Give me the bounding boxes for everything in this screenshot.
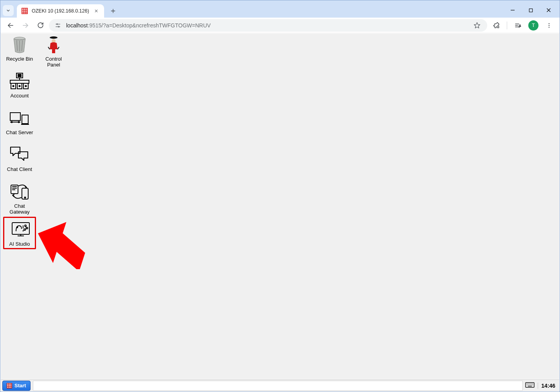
arrow-right-icon [22, 22, 29, 29]
new-tab-button[interactable] [107, 5, 119, 17]
desktop-icon-label: Chat Gateway [4, 203, 35, 215]
site-info-button[interactable] [54, 21, 62, 30]
forward-button[interactable] [19, 19, 32, 32]
svg-rect-49 [10, 113, 20, 120]
svg-point-54 [18, 122, 20, 123]
callout-arrow-icon [36, 218, 91, 269]
plus-icon [110, 8, 116, 14]
desktop-icon-ai-studio[interactable]: AI Studio [3, 217, 36, 249]
svg-rect-1 [22, 9, 23, 10]
close-window-button[interactable] [540, 4, 557, 16]
svg-point-47 [19, 86, 20, 87]
desktop-icon-label: Control Panel [38, 56, 69, 68]
desktop-icon-chat-gateway[interactable]: Chat Gateway [4, 181, 35, 215]
svg-point-32 [549, 27, 549, 27]
close-icon [94, 9, 98, 13]
extensions-button[interactable] [490, 19, 503, 32]
tune-icon [55, 22, 61, 29]
tab-close-button[interactable] [93, 8, 99, 14]
ozeki-taskbar: Start 14:46 [1, 379, 559, 391]
tab-search-button[interactable] [3, 5, 14, 16]
svg-rect-42 [10, 80, 29, 83]
keyboard-icon [525, 381, 535, 388]
reload-icon [37, 22, 44, 29]
profile-button[interactable]: T [527, 19, 540, 32]
browser-tabstrip: OZEKI 10 (192.168.0.126) [0, 0, 560, 18]
address-bar[interactable]: localhost:9515/?a=Desktop&ncrefreshTWFGT… [49, 19, 487, 32]
desktop-icon-chat-client[interactable]: Chat Client [4, 144, 35, 173]
svg-rect-6 [26, 11, 27, 12]
svg-rect-76 [9, 385, 10, 386]
svg-marker-70 [36, 218, 91, 269]
chat-server-icon [9, 110, 30, 126]
svg-point-60 [25, 197, 26, 198]
maximize-button[interactable] [522, 4, 539, 16]
window-controls [504, 4, 557, 16]
desktop-icon-label: Chat Server [4, 130, 35, 136]
svg-line-68 [25, 227, 27, 228]
svg-rect-75 [7, 385, 9, 386]
tab-title: OZEKI 10 (192.168.0.126) [32, 8, 89, 14]
svg-point-31 [549, 25, 549, 25]
ozeki-favicon-icon [22, 8, 28, 14]
svg-point-46 [13, 86, 14, 87]
svg-rect-72 [7, 383, 9, 385]
svg-rect-80 [11, 387, 12, 388]
svg-rect-15 [529, 9, 532, 12]
taskbar-task-area[interactable] [33, 381, 523, 391]
media-control-button[interactable] [511, 19, 524, 32]
svg-rect-74 [11, 383, 12, 385]
svg-point-53 [11, 122, 13, 123]
ozeki-desktop[interactable]: Recycle Bin Control Panel [1, 34, 559, 379]
svg-marker-24 [474, 22, 480, 28]
desktop-icon-label: Recycle Bin [4, 56, 35, 62]
svg-rect-5 [24, 11, 25, 12]
desktop-icon-recycle-bin[interactable]: Recycle Bin [4, 34, 35, 62]
desktop-icon-label: Account [4, 93, 35, 99]
toolbar-divider [507, 22, 507, 29]
svg-rect-79 [9, 387, 10, 388]
svg-rect-40 [18, 74, 21, 77]
puzzle-icon [493, 22, 500, 29]
svg-point-28 [519, 26, 520, 27]
browser-toolbar: localhost:9515/?a=Desktop&ncrefreshTWFGT… [0, 18, 560, 33]
back-button[interactable] [4, 19, 17, 32]
svg-rect-77 [11, 385, 12, 386]
desktop-icon-chat-server[interactable]: Chat Server [4, 107, 35, 136]
svg-rect-7 [22, 13, 23, 13]
account-icon [9, 72, 30, 90]
browser-tab[interactable]: OZEKI 10 (192.168.0.126) [17, 4, 104, 18]
svg-point-21 [57, 23, 58, 25]
chevron-down-icon [6, 8, 11, 13]
recycle-bin-icon [11, 35, 28, 54]
reload-button[interactable] [34, 19, 47, 32]
svg-rect-51 [22, 115, 28, 124]
desktop-icon-account[interactable]: Account [4, 70, 35, 99]
svg-point-30 [549, 23, 549, 24]
svg-point-65 [25, 225, 26, 227]
avatar: T [528, 20, 538, 31]
minimize-button[interactable] [504, 4, 521, 16]
svg-point-37 [50, 36, 58, 39]
svg-rect-4 [22, 11, 23, 12]
svg-rect-2 [24, 9, 25, 10]
bookmark-button[interactable] [472, 20, 483, 31]
svg-line-69 [25, 228, 27, 229]
close-icon [546, 8, 551, 13]
svg-point-64 [17, 227, 18, 228]
chrome-menu-button[interactable] [542, 19, 556, 32]
svg-point-48 [25, 86, 27, 87]
maximize-icon [529, 8, 533, 13]
chat-gateway-icon [9, 183, 30, 201]
keyboard-tray-button[interactable] [525, 381, 535, 390]
desktop-icon-label: AI Studio [5, 241, 34, 247]
desktop-icon-label: Chat Client [4, 167, 35, 173]
start-button[interactable]: Start [2, 381, 31, 391]
url-text: localhost:9515/?a=Desktop&ncrefreshTWFGT… [66, 22, 211, 29]
system-tray: 14:46 [523, 381, 558, 390]
desktop-icon-control-panel[interactable]: Control Panel [38, 34, 69, 68]
svg-point-29 [520, 26, 521, 27]
taskbar-clock[interactable]: 14:46 [538, 383, 555, 389]
chat-client-icon [10, 146, 29, 164]
media-icon [514, 22, 521, 29]
